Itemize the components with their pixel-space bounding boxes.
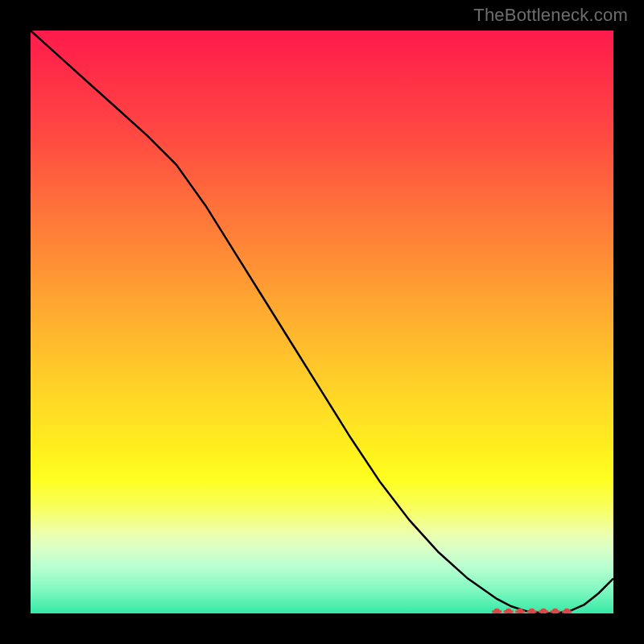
marker-dot: [506, 609, 512, 613]
marker-dot: [564, 609, 570, 613]
bottleneck-curve: [31, 31, 613, 613]
marker-dot: [529, 609, 535, 613]
watermark-text: TheBottleneck.com: [473, 5, 628, 26]
marker-dot: [540, 609, 547, 613]
curve-svg: [31, 31, 613, 613]
chart-frame: TheBottleneck.com: [0, 0, 644, 644]
bottom-markers: [492, 609, 572, 613]
marker-dot: [517, 609, 523, 613]
marker-dot: [552, 609, 559, 613]
marker-dot: [493, 609, 500, 613]
plot-area: [31, 31, 613, 613]
